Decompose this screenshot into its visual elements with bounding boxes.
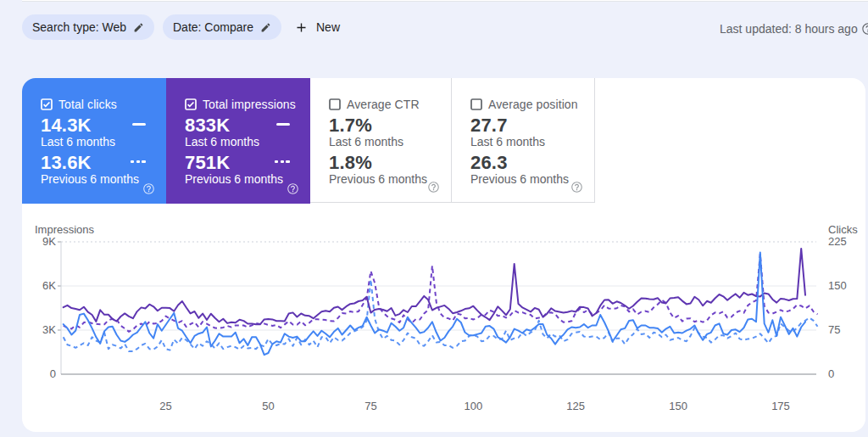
right-axis-tick-label: 0 xyxy=(828,367,834,380)
x-axis-tick-label: 100 xyxy=(456,400,490,412)
x-axis-tick-label: 25 xyxy=(149,400,183,412)
plus-icon xyxy=(295,21,308,34)
help-icon[interactable] xyxy=(427,181,440,193)
metric-previous-value: 13.6K xyxy=(41,154,166,171)
checkbox-unchecked-icon[interactable] xyxy=(470,98,482,110)
x-axis-tick-label: 125 xyxy=(559,400,593,412)
dashed-line-legend xyxy=(131,160,146,163)
x-axis-tick-label: 150 xyxy=(661,400,695,412)
edit-pencil-icon xyxy=(260,22,271,33)
card-title: Average position xyxy=(488,98,578,111)
x-axis-tick-label: 175 xyxy=(764,400,798,412)
checkbox-unchecked-icon[interactable] xyxy=(329,98,341,110)
card-title: Average CTR xyxy=(347,98,420,111)
right-axis-tick-label: 75 xyxy=(828,323,840,336)
new-filter-button[interactable]: New xyxy=(288,14,347,41)
right-axis-title: Clicks xyxy=(828,223,858,236)
last-updated-status: Last updated: 8 hours ago xyxy=(720,22,868,36)
total-impressions-card[interactable]: Total impressions 833K Last 6 months 751… xyxy=(166,78,310,204)
checkbox-checked-icon[interactable] xyxy=(41,98,53,110)
card-title: Total impressions xyxy=(203,98,296,111)
metric-current-label: Last 6 months xyxy=(470,136,594,148)
help-icon[interactable] xyxy=(142,182,155,195)
help-icon[interactable] xyxy=(570,181,583,193)
metric-previous-value: 26.3 xyxy=(470,154,594,171)
left-axis-tick-label: 3K xyxy=(17,323,56,336)
metric-current-label: Last 6 months xyxy=(329,136,451,148)
header-divider xyxy=(22,0,868,2)
search-type-filter-chip[interactable]: Search type: Web xyxy=(22,14,154,40)
help-icon[interactable] xyxy=(287,182,299,195)
dashed-line-legend xyxy=(275,160,290,163)
search-console-performance-page: {"toolbar":{"search_type_chip":"Search t… xyxy=(0,0,868,437)
right-axis-tick-label: 150 xyxy=(828,279,847,292)
left-axis-tick-label: 6K xyxy=(17,279,56,292)
total-clicks-card[interactable]: Total clicks 14.3K Last 6 months 13.6K P… xyxy=(22,78,166,204)
right-axis-tick-label: 225 xyxy=(828,235,847,248)
metric-previous-value: 1.8% xyxy=(329,154,451,171)
left-axis-title: Impressions xyxy=(35,223,94,236)
last-updated-text: Last updated: 8 hours ago xyxy=(720,22,858,36)
date-filter-label: Date: Compare xyxy=(173,20,253,34)
average-position-card[interactable]: Average position 27.7 Last 6 months 26.3… xyxy=(452,78,595,203)
date-filter-chip[interactable]: Date: Compare xyxy=(163,14,281,40)
left-axis-tick-label: 0 xyxy=(17,367,56,380)
metric-current-value: 1.7% xyxy=(329,116,451,134)
solid-line-legend xyxy=(276,123,290,126)
metric-current-value: 833K xyxy=(185,116,310,134)
help-icon[interactable] xyxy=(861,22,868,36)
checkbox-checked-icon[interactable] xyxy=(185,98,197,110)
search-type-filter-label: Search type: Web xyxy=(32,20,126,34)
left-axis-tick-label: 9K xyxy=(17,235,56,248)
card-title: Total clicks xyxy=(58,98,117,111)
metric-current-label: Last 6 months xyxy=(41,136,166,148)
edit-pencil-icon xyxy=(133,22,144,33)
metric-current-value: 14.3K xyxy=(41,116,166,134)
metric-current-value: 27.7 xyxy=(470,116,594,134)
metric-current-label: Last 6 months xyxy=(185,136,310,148)
x-axis-tick-label: 50 xyxy=(252,400,286,412)
average-ctr-card[interactable]: Average CTR 1.7% Last 6 months 1.8% Prev… xyxy=(310,78,452,203)
new-filter-label: New xyxy=(316,20,340,34)
solid-line-legend xyxy=(132,123,146,126)
x-axis-tick-label: 75 xyxy=(353,400,387,412)
metric-previous-value: 751K xyxy=(185,154,310,171)
